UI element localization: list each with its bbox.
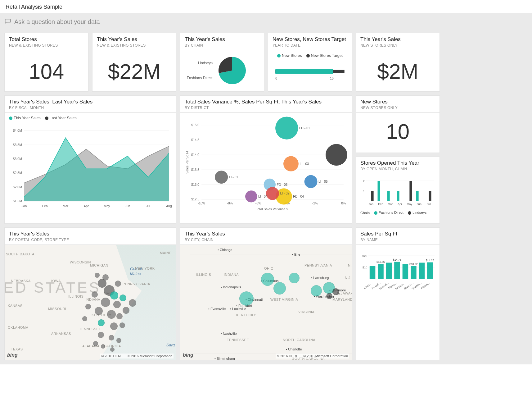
svg-text:LI - 05: LI - 05 bbox=[318, 180, 328, 183]
kpi-value: $22M bbox=[97, 53, 172, 85]
tile-subtitle: BY CITY, CHAIN bbox=[185, 238, 347, 242]
tile-title: This Year's Sales, Last Year's Sales bbox=[9, 99, 172, 105]
svg-text:$3.0M: $3.0M bbox=[13, 157, 22, 161]
map-attribution: © 2016 HERE© 2016 Microsoft Corporation bbox=[276, 354, 349, 359]
tile-subtitle: BY CHAIN bbox=[185, 43, 259, 48]
svg-text:$20: $20 bbox=[363, 254, 367, 258]
pie-label-lindseys: Lindseys bbox=[185, 61, 213, 65]
legend-ty: This Year Sales bbox=[14, 116, 41, 120]
svg-rect-1 bbox=[275, 69, 333, 74]
svg-text:LI - 03: LI - 03 bbox=[300, 162, 309, 166]
stores-opened-chart: 12JanFebMarAprMayJunJul bbox=[360, 177, 435, 208]
svg-text:Aug: Aug bbox=[166, 204, 172, 208]
svg-text:$14.25: $14.25 bbox=[426, 259, 434, 262]
svg-text:-6%: -6% bbox=[255, 202, 261, 205]
svg-rect-92 bbox=[394, 262, 400, 279]
svg-text:$14.75: $14.75 bbox=[393, 258, 401, 261]
svg-rect-87 bbox=[378, 264, 384, 279]
tile-title: This Year's Sales bbox=[185, 36, 259, 43]
tile-map-postal[interactable]: This Year's Sales BY POSTAL CODE, STORE … bbox=[4, 227, 176, 360]
tile-title: Stores Opened This Year bbox=[360, 160, 435, 166]
bing-logo: bing bbox=[7, 352, 18, 358]
svg-text:$10.92: $10.92 bbox=[409, 263, 418, 266]
svg-rect-100 bbox=[419, 263, 425, 279]
svg-text:0%: 0% bbox=[341, 202, 346, 205]
legend-fashions: Fashions Direct bbox=[379, 211, 404, 214]
svg-rect-95 bbox=[403, 264, 408, 279]
map-water-sarg: Sarg bbox=[166, 343, 175, 347]
svg-text:LI - 04: LI - 04 bbox=[258, 195, 268, 198]
kpi-value: $2M bbox=[360, 53, 435, 85]
svg-text:$10: $10 bbox=[363, 266, 367, 269]
tile-title: Total Stores bbox=[9, 36, 84, 43]
svg-text:Mar: Mar bbox=[63, 204, 69, 208]
svg-rect-85 bbox=[370, 266, 376, 279]
svg-text:Jan: Jan bbox=[21, 204, 27, 208]
tile-stores-opened[interactable]: Stores Opened This Year BY OPEN MONTH, C… bbox=[356, 157, 440, 224]
kpi-value: 10 bbox=[360, 116, 435, 144]
svg-rect-90 bbox=[386, 263, 392, 279]
svg-text:Jun: Jun bbox=[417, 202, 422, 206]
tile-sales-sqft[interactable]: Sales Per Sq Ft BY NAME $10$20Cincin...$… bbox=[356, 227, 440, 360]
tile-ty-sales-chain[interactable]: This Year's Sales BY CHAIN Lindseys Fash… bbox=[180, 33, 264, 92]
svg-text:Knoxvil...: Knoxvil... bbox=[379, 281, 389, 290]
svg-text:10: 10 bbox=[330, 77, 334, 80]
svg-text:-2%: -2% bbox=[312, 202, 318, 205]
svg-text:May: May bbox=[407, 202, 412, 206]
tile-scatter-district[interactable]: Total Sales Variance %, Sales Per Sq Ft,… bbox=[180, 95, 352, 224]
svg-text:$12.5: $12.5 bbox=[191, 198, 199, 201]
legend-prefix: Chain bbox=[360, 211, 370, 215]
tile-area-sales[interactable]: This Year's Sales, Last Year's Sales BY … bbox=[4, 95, 176, 224]
scatter-chart: $12.5$13.0$13.5$14.0$14.5$15.0-10%-8%-6%… bbox=[185, 116, 347, 218]
area-chart: $1.5M$2.0M$2.5M$3.0M$3.5M$4.0MJanFebMarA… bbox=[9, 122, 172, 215]
svg-text:$14.5: $14.5 bbox=[191, 138, 199, 142]
tile-new-stores[interactable]: New Stores NEW STORES ONLY 10 bbox=[356, 95, 440, 153]
bing-logo: bing bbox=[183, 352, 193, 358]
sqft-chart: $10$20Cincin...$12.86Ft. Ogl...Knoxvil..… bbox=[360, 248, 435, 291]
target-bar-chart: 0 10 bbox=[273, 64, 347, 83]
svg-text:Jan: Jan bbox=[369, 202, 373, 206]
svg-text:$13.0: $13.0 bbox=[191, 183, 199, 186]
map-canvas-postal[interactable]: ED STATES SOUTH DAKOTANEBRASKAKANSASOKLA… bbox=[5, 245, 176, 360]
svg-text:$2.0M: $2.0M bbox=[13, 185, 22, 189]
page-title: Retail Analysis Sample bbox=[0, 0, 532, 13]
svg-text:1: 1 bbox=[363, 190, 365, 193]
svg-text:0: 0 bbox=[275, 77, 277, 80]
svg-rect-75 bbox=[409, 181, 412, 201]
svg-text:$3.5M: $3.5M bbox=[13, 143, 22, 147]
tile-title: This Year's Sales bbox=[360, 36, 435, 43]
tile-map-city[interactable]: This Year's Sales BY CITY, CHAIN ILLINOI… bbox=[180, 227, 352, 360]
svg-text:LI - 01: LI - 01 bbox=[229, 176, 238, 179]
svg-text:May: May bbox=[104, 204, 110, 208]
tile-ty-sales-all[interactable]: This Year's Sales NEW & EXISTING STORES … bbox=[92, 33, 176, 92]
svg-point-55 bbox=[266, 187, 279, 200]
svg-text:Feb: Feb bbox=[378, 202, 383, 206]
svg-rect-77 bbox=[416, 191, 418, 201]
svg-text:Total Sales Variance %: Total Sales Variance % bbox=[256, 208, 289, 211]
svg-text:FD - 03: FD - 03 bbox=[277, 183, 288, 186]
svg-rect-97 bbox=[411, 266, 417, 279]
tile-title: This Year's Sales bbox=[185, 231, 347, 237]
svg-rect-73 bbox=[397, 191, 399, 201]
tile-subtitle: BY FISCAL MONTH bbox=[9, 106, 172, 110]
svg-text:2: 2 bbox=[363, 179, 365, 183]
svg-text:Jul: Jul bbox=[427, 202, 431, 206]
svg-text:$1.5M: $1.5M bbox=[13, 199, 22, 203]
tile-title: This Year's Sales bbox=[97, 36, 172, 43]
svg-point-47 bbox=[326, 144, 347, 166]
tile-subtitle: BY NAME bbox=[360, 238, 435, 242]
qna-bar[interactable]: Ask a question about your data bbox=[4, 16, 128, 29]
tile-subtitle: NEW & EXISTING STORES bbox=[9, 43, 84, 48]
tile-subtitle: BY DISTRICT bbox=[185, 106, 347, 110]
kpi-value: 104 bbox=[9, 53, 84, 85]
tile-total-stores[interactable]: Total Stores NEW & EXISTING STORES 104 bbox=[4, 33, 88, 92]
tile-ty-sales-new[interactable]: This Year's Sales NEW STORES ONLY $2M bbox=[356, 33, 440, 92]
tile-subtitle: BY OPEN MONTH, CHAIN bbox=[360, 167, 435, 171]
svg-point-59 bbox=[245, 190, 257, 202]
map-canvas-city[interactable]: ILLINOISINDIANAOHIOWEST VIRGINIAVIRGINIA… bbox=[180, 245, 352, 360]
tile-title: New Stores bbox=[360, 99, 435, 105]
tile-subtitle: NEW & EXISTING STORES bbox=[97, 43, 172, 48]
tile-stores-target[interactable]: New Stores, New Stores Target YEAR TO DA… bbox=[268, 33, 352, 92]
legend-target: New Stores Target bbox=[311, 53, 343, 58]
svg-point-61 bbox=[304, 175, 318, 188]
